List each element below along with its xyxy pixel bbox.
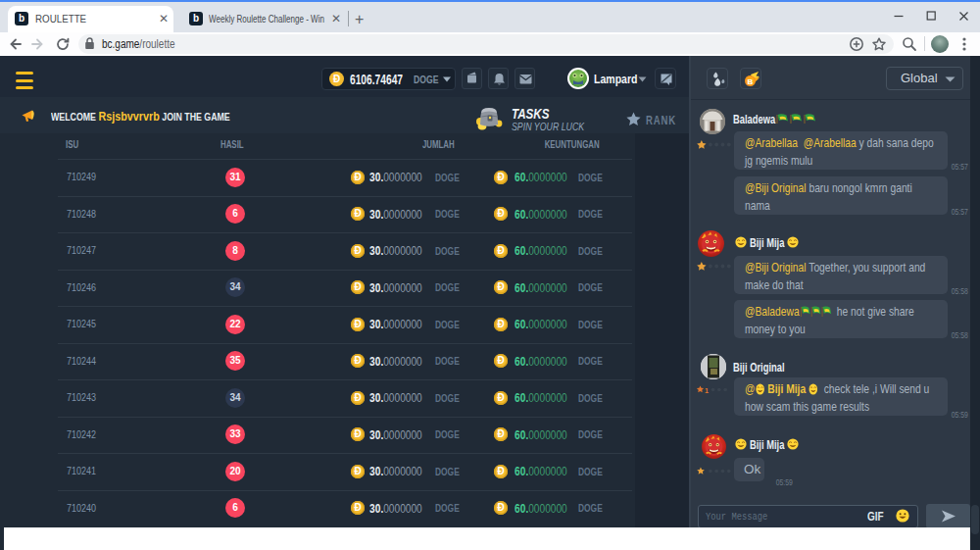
svg-text:1: 1 bbox=[705, 386, 709, 394]
svg-text:B: B bbox=[748, 77, 754, 86]
